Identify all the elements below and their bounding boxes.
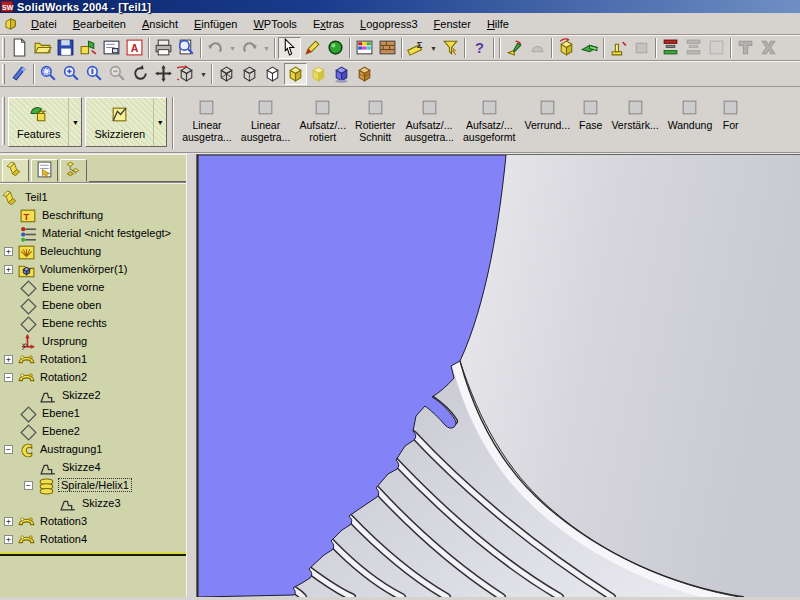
boss-revolve-button[interactable]: Aufsatz/...rotiert — [295, 97, 350, 153]
panel-splitter[interactable] — [186, 154, 197, 597]
stack-tool-button[interactable] — [659, 37, 682, 59]
tree-item-ebene2[interactable]: Ebene2 — [0, 422, 186, 440]
tree-item-ebene-oben[interactable]: Ebene oben — [0, 296, 186, 314]
hidden-lines-visible-button[interactable] — [238, 63, 261, 85]
color-palette-button[interactable] — [353, 37, 376, 59]
zoom-area-button[interactable] — [37, 63, 60, 85]
new-document-button[interactable] — [8, 37, 31, 59]
commandmanager-tab-features[interactable]: Features▼ — [8, 97, 82, 147]
tree-item-rotation1[interactable]: +Rotation1 — [0, 350, 186, 368]
tree-item-beschriftung[interactable]: TBeschriftung — [0, 206, 186, 224]
commandmanager-tab-main[interactable]: Features — [9, 98, 68, 146]
no-bends-button[interactable] — [526, 37, 549, 59]
wireframe-button[interactable] — [215, 63, 238, 85]
model-view[interactable] — [198, 155, 800, 597]
tree-item-label[interactable]: Teil1 — [23, 191, 50, 203]
sheet-metal-button[interactable] — [578, 37, 601, 59]
collapse-toggle[interactable]: − — [24, 481, 33, 490]
hidden-lines-removed-button[interactable] — [261, 63, 284, 85]
collapse-toggle[interactable]: − — [4, 373, 13, 382]
tree-item-label[interactable]: Spirale/Helix1 — [58, 478, 132, 492]
tree-item-teil1[interactable]: Teil1 — [0, 188, 186, 206]
zoom-out-button[interactable] — [106, 63, 129, 85]
boss-loft-button[interactable]: Aufsatz/...ausgeformt — [459, 97, 520, 153]
toolbar-drag-handle[interactable] — [2, 97, 5, 145]
derive-part-button[interactable] — [77, 37, 100, 59]
textured-button[interactable] — [353, 63, 376, 85]
texture-button[interactable] — [376, 37, 399, 59]
boss-extrude-button[interactable]: Linearausgetra... — [178, 97, 236, 153]
tree-item-label[interactable]: Ebene rechts — [40, 317, 109, 329]
tree-item-label[interactable]: Skizze2 — [60, 389, 103, 401]
print-button[interactable] — [152, 37, 175, 59]
flatten-bends-button[interactable] — [503, 37, 526, 59]
pdf-export-button[interactable]: A — [123, 37, 146, 59]
shaded-button[interactable] — [284, 63, 307, 85]
sketch-tool-button[interactable] — [301, 37, 324, 59]
shadows-button[interactable] — [330, 63, 353, 85]
expand-toggle[interactable]: + — [4, 247, 13, 256]
toolbar-drag-handle[interactable] — [2, 38, 5, 58]
cut-extrude-button[interactable]: Linearausgetra... — [237, 97, 295, 153]
punch-x-button[interactable] — [757, 37, 780, 59]
menu-datei[interactable]: Datei — [23, 15, 65, 33]
redo-dropdown[interactable]: ▼ — [261, 37, 272, 59]
forming-tool-button[interactable] — [607, 37, 630, 59]
tree-item-label[interactable]: Austragung1 — [38, 443, 104, 455]
chamfer-button[interactable]: Fase — [575, 97, 606, 153]
tree-item-label[interactable]: Rotation4 — [38, 533, 89, 545]
tree-item-skizze3[interactable]: Skizze3 — [0, 494, 186, 512]
toolbar-drag-handle[interactable] — [2, 64, 5, 84]
measure-dropdown[interactable]: ▼ — [428, 37, 439, 59]
fillet-button[interactable]: Verrund... — [521, 97, 575, 153]
zoom-selection-button[interactable] — [83, 63, 106, 85]
menu-bearbeiten[interactable]: Bearbeiten — [65, 15, 134, 33]
tree-item-label[interactable]: Ursprung — [40, 335, 89, 347]
pan-button[interactable] — [152, 63, 175, 85]
tree-item-label[interactable]: Skizze3 — [80, 497, 123, 509]
tool-block-button[interactable] — [630, 37, 653, 59]
make-drawing-button[interactable] — [100, 37, 123, 59]
tree-item-ebene-rechts[interactable]: Ebene rechts — [0, 314, 186, 332]
tree-item-label[interactable]: Ebene oben — [40, 299, 103, 311]
shell-button[interactable]: Wandung — [664, 97, 717, 153]
redo-button[interactable] — [238, 37, 261, 59]
menu-einfgen[interactable]: Einfügen — [186, 15, 245, 33]
open-button[interactable] — [31, 37, 54, 59]
tree-item-label[interactable]: Beschriftung — [40, 209, 105, 221]
menu-ansicht[interactable]: Ansicht — [134, 15, 186, 33]
tree-item-spirale-helix1[interactable]: −Spirale/Helix1 — [0, 476, 186, 494]
tree-item-label[interactable]: Ebene1 — [40, 407, 82, 419]
tree-item-label[interactable]: Rotation2 — [38, 371, 89, 383]
stack-tool-3-button[interactable] — [705, 37, 728, 59]
traffic-light-button[interactable] — [324, 37, 347, 59]
tree-item-label[interactable]: Ebene vorne — [40, 281, 106, 293]
tree-item-label[interactable]: Ebene2 — [40, 425, 82, 437]
tree-item-ebene1[interactable]: Ebene1 — [0, 404, 186, 422]
expand-toggle[interactable]: + — [4, 535, 13, 544]
zoom-in-out-button[interactable] — [60, 63, 83, 85]
configurationmanager-tab[interactable] — [60, 159, 87, 182]
stack-tool-2-button[interactable] — [682, 37, 705, 59]
rib-button[interactable]: Verstärk... — [607, 97, 662, 153]
punch-t-button[interactable] — [734, 37, 757, 59]
tree-item-skizze2[interactable]: Skizze2 — [0, 386, 186, 404]
tree-item-rotation3[interactable]: +Rotation3 — [0, 512, 186, 530]
undo-dropdown[interactable]: ▼ — [227, 37, 238, 59]
previous-view-button[interactable] — [8, 63, 31, 85]
tree-item-label[interactable]: Skizze4 — [60, 461, 103, 473]
filter-button[interactable] — [439, 37, 462, 59]
expand-toggle[interactable]: + — [4, 355, 13, 364]
boss-sweep-button[interactable]: Aufsatz/...ausgetra... — [400, 97, 458, 153]
commandmanager-tab-main[interactable]: Skizzieren — [86, 98, 153, 146]
tree-item-label[interactable]: Rotation1 — [38, 353, 89, 365]
collapse-toggle[interactable]: − — [4, 445, 13, 454]
tree-item-label[interactable]: Material <nicht festgelegt> — [40, 227, 173, 239]
tree-item-material-nicht-festgelegt-[interactable]: Material <nicht festgelegt> — [0, 224, 186, 242]
rollback-bar[interactable] — [0, 552, 186, 556]
view-orientation-button[interactable] — [175, 63, 198, 85]
measure-button[interactable]: Σ — [405, 37, 428, 59]
menu-hilfe[interactable]: Hilfe — [479, 15, 517, 33]
menu-wptools[interactable]: WPTools — [245, 15, 304, 33]
menu-extras[interactable]: Extras — [305, 15, 352, 33]
